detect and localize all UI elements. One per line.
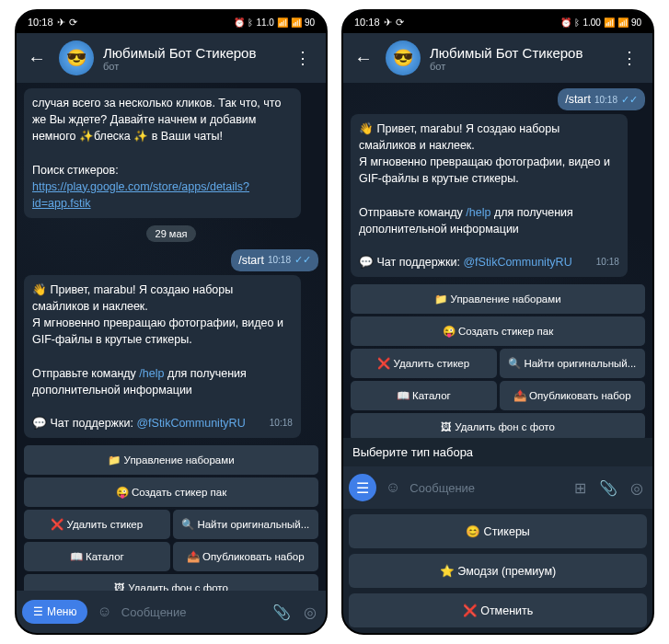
- btn-remove-bg[interactable]: 🖼 Удалить фон с фото: [24, 574, 318, 591]
- bot-avatar[interactable]: 😎: [59, 40, 94, 75]
- header-info[interactable]: Любимый Бот Стикеров бот: [430, 45, 605, 72]
- btn-catalog[interactable]: 📖 Каталог: [351, 381, 497, 410]
- back-button[interactable]: ←: [351, 44, 376, 73]
- chat-title: Любимый Бот Стикеров: [103, 45, 278, 61]
- message-text: Отправьте команду: [359, 206, 466, 219]
- select-stickers[interactable]: 😊 Стикеры: [349, 514, 647, 548]
- btn-delete-sticker[interactable]: ❌ Удалить стикер: [351, 349, 497, 378]
- telegram-icon: ✈: [384, 17, 392, 29]
- menu-icon: ☰: [356, 479, 369, 497]
- more-button[interactable]: ⋮: [287, 44, 318, 72]
- btn-catalog[interactable]: 📖 Каталог: [24, 542, 170, 571]
- more-button[interactable]: ⋮: [614, 44, 645, 72]
- support-link[interactable]: @fStikCommunityRU: [136, 417, 245, 430]
- select-cancel[interactable]: ❌ Отменить: [349, 593, 647, 627]
- net-speed: 1.00: [582, 17, 600, 28]
- help-command[interactable]: /help: [139, 367, 164, 380]
- user-message: /start 10:18 ✓✓: [558, 88, 645, 110]
- read-check-icon: ✓✓: [294, 254, 311, 266]
- chat-header: ← 😎 Любимый Бот Стикеров бот ⋮: [343, 33, 652, 83]
- bot-message: 👋 Привет, marabu! Я создаю наборы смайли…: [351, 114, 628, 277]
- header-info[interactable]: Любимый Бот Стикеров бот: [103, 45, 278, 72]
- support-link[interactable]: @fStikCommunityRU: [463, 256, 571, 269]
- keyboard-buttons: 📁 Управление наборами 😜 Создать стикер п…: [351, 284, 645, 438]
- btn-find-original[interactable]: 🔍 Найти оригинальный...: [173, 510, 319, 539]
- message-text: Я мгновенно превращаю фотографии, видео …: [359, 155, 610, 185]
- battery-badge: 90: [631, 17, 641, 28]
- camera-button[interactable]: ◎: [627, 479, 647, 497]
- attach-button[interactable]: 📎: [269, 604, 294, 621]
- btn-find-original[interactable]: 🔍 Найти оригинальный...: [500, 349, 646, 378]
- btn-manage-packs[interactable]: 📁 Управление наборами: [24, 445, 318, 475]
- signal-icon: 📶: [291, 17, 302, 28]
- support-label: 💬 Чат поддержки:: [32, 417, 136, 430]
- alarm-icon: ⏰: [560, 17, 571, 28]
- phone-left: 10:18 ✈ ⟳ ⏰ ᛒ 11.0 📶 📶 90 ← 😎 Любимый Бо…: [15, 9, 328, 635]
- alarm-icon: ⏰: [234, 17, 245, 28]
- status-time: 10:18: [28, 17, 53, 28]
- menu-label: Меню: [47, 605, 76, 618]
- status-time: 10:18: [354, 17, 380, 28]
- select-emoji-premium[interactable]: ⭐ Эмодзи (премиум): [349, 554, 647, 588]
- message-input[interactable]: Сообщение: [409, 481, 565, 495]
- date-badge: 29 мая: [146, 225, 197, 242]
- input-bar: ☰ ☺ Сообщение ⊞ 📎 ◎: [343, 466, 652, 509]
- btn-remove-bg[interactable]: 🖼 Удалить фон с фото: [351, 413, 645, 438]
- signal-icon: 📶: [617, 17, 629, 28]
- emoji-button[interactable]: ☺: [93, 604, 115, 620]
- btn-delete-sticker[interactable]: ❌ Удалить стикер: [24, 510, 170, 539]
- bluetooth-icon: ᛒ: [248, 17, 253, 28]
- btn-publish[interactable]: 📤 Опубликовать набор: [500, 381, 646, 410]
- bot-avatar[interactable]: 😎: [386, 40, 421, 75]
- telegram-icon: ✈: [57, 17, 65, 29]
- message-text: Отправьте команду: [32, 367, 139, 380]
- read-check-icon: ✓✓: [621, 94, 638, 106]
- signal-icon: 📶: [604, 17, 615, 28]
- menu-button[interactable]: ☰ Меню: [22, 600, 87, 624]
- help-command[interactable]: /help: [466, 206, 490, 219]
- back-button[interactable]: ←: [24, 44, 50, 73]
- keyboard-buttons: 📁 Управление наборами 😜 Создать стикер п…: [24, 445, 318, 591]
- chat-area: /start 10:18 ✓✓ 👋 Привет, marabu! Я созд…: [343, 83, 652, 438]
- btn-manage-packs[interactable]: 📁 Управление наборами: [351, 284, 645, 314]
- chat-header: ← 😎 Любимый Бот Стикеров бот ⋮: [17, 33, 326, 83]
- keyboard-button[interactable]: ⊞: [571, 479, 590, 497]
- bluetooth-icon: ᛒ: [574, 17, 580, 28]
- chat-subtitle: бот: [430, 61, 605, 72]
- status-bar: 10:18 ✈ ⟳ ⏰ ᛒ 1.00 📶 📶 90: [343, 11, 652, 33]
- message-text: 👋 Привет, marabu! Я создаю наборы смайли…: [359, 122, 559, 152]
- emoji-button[interactable]: ☺: [382, 479, 404, 496]
- camera-button[interactable]: ◎: [300, 604, 320, 621]
- msg-time: 10:18: [270, 417, 293, 431]
- menu-icon: ☰: [33, 605, 43, 618]
- bot-message: 👋 Привет, marabu! Я создаю наборы смайли…: [24, 275, 301, 438]
- message-input[interactable]: Сообщение: [121, 605, 263, 619]
- store-link[interactable]: https://play.google.com/store/apps/detai…: [32, 180, 249, 210]
- sync-icon: ⟳: [396, 17, 404, 29]
- bot-message: случая всего за несколько кликов. Так чт…: [24, 88, 301, 218]
- phone-right: 10:18 ✈ ⟳ ⏰ ᛒ 1.00 📶 📶 90 ← 😎 Любимый Бо…: [341, 9, 654, 635]
- btn-create-pack[interactable]: 😜 Создать стикер пак: [24, 477, 318, 507]
- menu-button[interactable]: ☰: [349, 474, 376, 501]
- chat-subtitle: бот: [103, 61, 278, 72]
- msg-time: 10:18: [596, 256, 619, 270]
- battery-badge: 90: [305, 17, 315, 28]
- message-text: случая всего за несколько кликов. Так чт…: [32, 97, 281, 143]
- start-command: /start: [238, 254, 264, 267]
- msg-time: 10:18: [594, 95, 617, 105]
- message-text: 👋 Привет, marabu! Я создаю наборы смайли…: [32, 283, 233, 313]
- net-speed: 11.0: [256, 17, 273, 28]
- chat-area: случая всего за несколько кликов. Так чт…: [17, 83, 326, 591]
- btn-create-pack[interactable]: 😜 Создать стикер пак: [351, 316, 645, 346]
- message-text: Я мгновенно превращаю фотографии, видео …: [32, 316, 283, 346]
- attach-button[interactable]: 📎: [595, 479, 621, 497]
- select-type-header: Выберите тип набора: [343, 438, 652, 466]
- input-bar: ☰ Меню ☺ Сообщение 📎 ◎: [17, 591, 326, 633]
- support-label: 💬 Чат поддержки:: [359, 256, 463, 269]
- btn-publish[interactable]: 📤 Опубликовать набор: [173, 542, 319, 571]
- msg-time: 10:18: [268, 255, 291, 265]
- user-message: /start 10:18 ✓✓: [231, 249, 318, 271]
- status-bar: 10:18 ✈ ⟳ ⏰ ᛒ 11.0 📶 📶 90: [17, 11, 326, 33]
- type-selector-panel: 😊 Стикеры ⭐ Эмодзи (премиум) ❌ Отменить: [343, 509, 652, 633]
- start-command: /start: [565, 93, 591, 106]
